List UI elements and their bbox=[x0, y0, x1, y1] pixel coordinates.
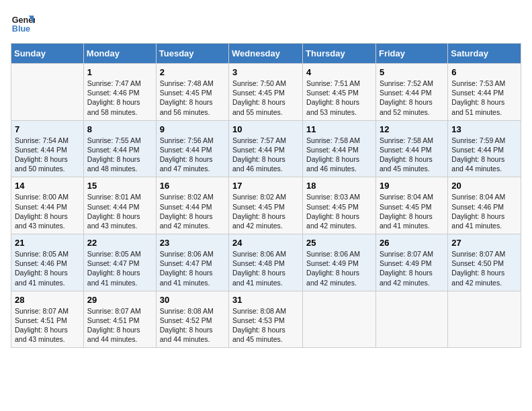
calendar-cell: 7Sunrise: 7:54 AMSunset: 4:44 PMDaylight… bbox=[11, 120, 84, 177]
calendar-cell: 31Sunrise: 8:08 AMSunset: 4:53 PMDayligh… bbox=[229, 291, 303, 348]
day-number: 1 bbox=[87, 67, 152, 77]
page-header: General Blue bbox=[11, 11, 521, 35]
day-info: Sunrise: 7:50 AMSunset: 4:45 PMDaylight:… bbox=[232, 79, 286, 116]
calendar-cell: 22Sunrise: 8:05 AMSunset: 4:47 PMDayligh… bbox=[83, 234, 156, 291]
day-info: Sunrise: 7:52 AMSunset: 4:44 PMDaylight:… bbox=[380, 79, 433, 116]
calendar-cell bbox=[303, 291, 376, 348]
calendar-cell: 27Sunrise: 8:07 AMSunset: 4:50 PMDayligh… bbox=[448, 234, 521, 291]
logo: General Blue bbox=[11, 11, 39, 35]
day-info: Sunrise: 8:00 AMSunset: 4:44 PMDaylight:… bbox=[15, 193, 69, 230]
day-info: Sunrise: 8:08 AMSunset: 4:52 PMDaylight:… bbox=[160, 307, 214, 344]
day-info: Sunrise: 8:03 AMSunset: 4:45 PMDaylight:… bbox=[306, 193, 360, 230]
calendar-cell bbox=[375, 291, 447, 348]
calendar-week-row: 21Sunrise: 8:05 AMSunset: 4:46 PMDayligh… bbox=[11, 234, 521, 291]
calendar-week-row: 1Sunrise: 7:47 AMSunset: 4:46 PMDaylight… bbox=[11, 64, 521, 121]
column-header-monday: Monday bbox=[83, 44, 156, 64]
calendar-cell: 11Sunrise: 7:58 AMSunset: 4:44 PMDayligh… bbox=[303, 120, 376, 177]
calendar-cell: 20Sunrise: 8:04 AMSunset: 4:46 PMDayligh… bbox=[448, 177, 521, 234]
calendar-cell: 3Sunrise: 7:50 AMSunset: 4:45 PMDaylight… bbox=[229, 64, 303, 121]
day-number: 28 bbox=[15, 295, 80, 305]
calendar-cell: 23Sunrise: 8:06 AMSunset: 4:47 PMDayligh… bbox=[156, 234, 228, 291]
day-number: 26 bbox=[380, 238, 444, 248]
day-number: 27 bbox=[451, 238, 517, 248]
calendar-week-row: 7Sunrise: 7:54 AMSunset: 4:44 PMDaylight… bbox=[11, 120, 521, 177]
calendar-cell: 15Sunrise: 8:01 AMSunset: 4:44 PMDayligh… bbox=[83, 177, 156, 234]
day-info: Sunrise: 8:05 AMSunset: 4:47 PMDaylight:… bbox=[87, 250, 141, 287]
day-number: 24 bbox=[232, 238, 299, 248]
calendar-cell: 10Sunrise: 7:57 AMSunset: 4:44 PMDayligh… bbox=[229, 120, 303, 177]
day-number: 6 bbox=[451, 67, 517, 77]
calendar-cell bbox=[11, 64, 84, 121]
day-info: Sunrise: 8:06 AMSunset: 4:49 PMDaylight:… bbox=[306, 250, 360, 287]
day-number: 23 bbox=[160, 238, 225, 248]
day-number: 5 bbox=[380, 67, 444, 77]
calendar-cell: 1Sunrise: 7:47 AMSunset: 4:46 PMDaylight… bbox=[83, 64, 156, 121]
svg-text:Blue: Blue bbox=[12, 24, 30, 34]
day-info: Sunrise: 7:59 AMSunset: 4:44 PMDaylight:… bbox=[451, 136, 505, 173]
day-number: 7 bbox=[15, 124, 80, 134]
day-info: Sunrise: 7:58 AMSunset: 4:44 PMDaylight:… bbox=[380, 136, 433, 173]
calendar-cell: 9Sunrise: 7:56 AMSunset: 4:44 PMDaylight… bbox=[156, 120, 228, 177]
calendar-cell: 2Sunrise: 7:48 AMSunset: 4:45 PMDaylight… bbox=[156, 64, 228, 121]
day-info: Sunrise: 7:56 AMSunset: 4:44 PMDaylight:… bbox=[160, 136, 214, 173]
column-header-tuesday: Tuesday bbox=[156, 44, 228, 64]
day-number: 10 bbox=[232, 124, 299, 134]
day-info: Sunrise: 7:51 AMSunset: 4:45 PMDaylight:… bbox=[306, 79, 360, 116]
day-info: Sunrise: 8:04 AMSunset: 4:45 PMDaylight:… bbox=[380, 193, 433, 230]
day-number: 19 bbox=[380, 181, 444, 191]
day-info: Sunrise: 7:57 AMSunset: 4:44 PMDaylight:… bbox=[232, 136, 286, 173]
day-info: Sunrise: 8:02 AMSunset: 4:44 PMDaylight:… bbox=[160, 193, 214, 230]
calendar-cell: 12Sunrise: 7:58 AMSunset: 4:44 PMDayligh… bbox=[375, 120, 447, 177]
day-info: Sunrise: 8:06 AMSunset: 4:47 PMDaylight:… bbox=[160, 250, 214, 287]
day-info: Sunrise: 7:53 AMSunset: 4:44 PMDaylight:… bbox=[451, 79, 505, 116]
calendar-cell: 29Sunrise: 8:07 AMSunset: 4:51 PMDayligh… bbox=[83, 291, 156, 348]
day-number: 16 bbox=[160, 181, 225, 191]
day-number: 14 bbox=[15, 181, 80, 191]
calendar-cell bbox=[448, 291, 521, 348]
day-number: 25 bbox=[306, 238, 372, 248]
day-number: 11 bbox=[306, 124, 372, 134]
day-info: Sunrise: 7:58 AMSunset: 4:44 PMDaylight:… bbox=[306, 136, 360, 173]
calendar-week-row: 14Sunrise: 8:00 AMSunset: 4:44 PMDayligh… bbox=[11, 177, 521, 234]
day-number: 12 bbox=[380, 124, 444, 134]
day-number: 4 bbox=[306, 67, 372, 77]
column-header-thursday: Thursday bbox=[303, 44, 376, 64]
calendar-week-row: 28Sunrise: 8:07 AMSunset: 4:51 PMDayligh… bbox=[11, 291, 521, 348]
day-info: Sunrise: 8:04 AMSunset: 4:46 PMDaylight:… bbox=[451, 193, 505, 230]
day-info: Sunrise: 8:07 AMSunset: 4:49 PMDaylight:… bbox=[380, 250, 433, 287]
day-info: Sunrise: 7:54 AMSunset: 4:44 PMDaylight:… bbox=[15, 136, 69, 173]
day-info: Sunrise: 8:05 AMSunset: 4:46 PMDaylight:… bbox=[15, 250, 69, 287]
calendar-cell: 14Sunrise: 8:00 AMSunset: 4:44 PMDayligh… bbox=[11, 177, 84, 234]
day-number: 17 bbox=[232, 181, 299, 191]
column-header-sunday: Sunday bbox=[11, 44, 84, 64]
day-info: Sunrise: 7:47 AMSunset: 4:46 PMDaylight:… bbox=[87, 79, 141, 116]
day-info: Sunrise: 7:48 AMSunset: 4:45 PMDaylight:… bbox=[160, 79, 214, 116]
day-info: Sunrise: 8:02 AMSunset: 4:45 PMDaylight:… bbox=[232, 193, 286, 230]
day-number: 31 bbox=[232, 295, 299, 305]
calendar-header-row: SundayMondayTuesdayWednesdayThursdayFrid… bbox=[11, 44, 521, 64]
calendar-cell: 21Sunrise: 8:05 AMSunset: 4:46 PMDayligh… bbox=[11, 234, 84, 291]
calendar-table: SundayMondayTuesdayWednesdayThursdayFrid… bbox=[11, 43, 521, 348]
day-number: 15 bbox=[87, 181, 152, 191]
day-number: 30 bbox=[160, 295, 225, 305]
day-info: Sunrise: 8:01 AMSunset: 4:44 PMDaylight:… bbox=[87, 193, 141, 230]
day-number: 18 bbox=[306, 181, 372, 191]
calendar-cell: 18Sunrise: 8:03 AMSunset: 4:45 PMDayligh… bbox=[303, 177, 376, 234]
calendar-cell: 25Sunrise: 8:06 AMSunset: 4:49 PMDayligh… bbox=[303, 234, 376, 291]
calendar-cell: 16Sunrise: 8:02 AMSunset: 4:44 PMDayligh… bbox=[156, 177, 228, 234]
day-number: 20 bbox=[451, 181, 517, 191]
calendar-cell: 30Sunrise: 8:08 AMSunset: 4:52 PMDayligh… bbox=[156, 291, 228, 348]
day-number: 13 bbox=[451, 124, 517, 134]
calendar-cell: 26Sunrise: 8:07 AMSunset: 4:49 PMDayligh… bbox=[375, 234, 447, 291]
day-info: Sunrise: 7:55 AMSunset: 4:44 PMDaylight:… bbox=[87, 136, 141, 173]
calendar-cell: 13Sunrise: 7:59 AMSunset: 4:44 PMDayligh… bbox=[448, 120, 521, 177]
calendar-cell: 5Sunrise: 7:52 AMSunset: 4:44 PMDaylight… bbox=[375, 64, 447, 121]
day-info: Sunrise: 8:07 AMSunset: 4:51 PMDaylight:… bbox=[87, 307, 141, 344]
day-number: 22 bbox=[87, 238, 152, 248]
day-number: 8 bbox=[87, 124, 152, 134]
calendar-cell: 17Sunrise: 8:02 AMSunset: 4:45 PMDayligh… bbox=[229, 177, 303, 234]
day-number: 3 bbox=[232, 67, 299, 77]
day-info: Sunrise: 8:07 AMSunset: 4:50 PMDaylight:… bbox=[451, 250, 505, 287]
calendar-cell: 19Sunrise: 8:04 AMSunset: 4:45 PMDayligh… bbox=[375, 177, 447, 234]
day-info: Sunrise: 8:08 AMSunset: 4:53 PMDaylight:… bbox=[232, 307, 286, 344]
